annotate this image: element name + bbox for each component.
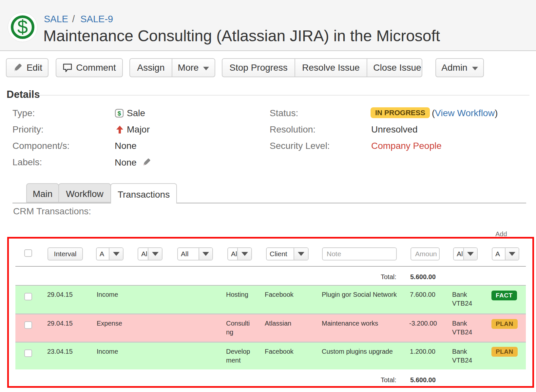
svg-text:$: $ (118, 110, 121, 117)
svg-text:$: $ (17, 16, 28, 37)
